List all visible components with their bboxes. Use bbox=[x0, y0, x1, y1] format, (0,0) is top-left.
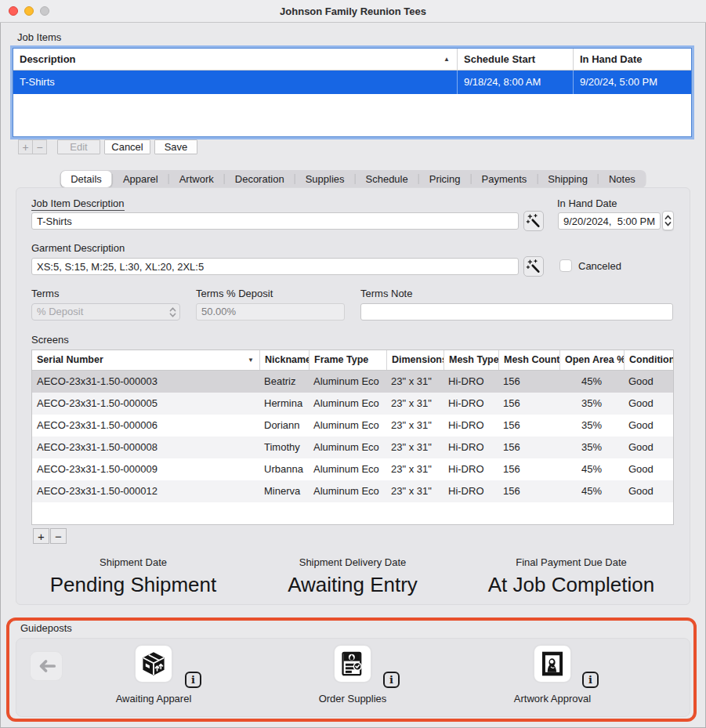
screens-cell: 23" x 31" bbox=[386, 371, 444, 393]
screens-cell: 156 bbox=[498, 371, 559, 393]
screens-cell: Good bbox=[624, 371, 673, 393]
tab-pricing[interactable]: Pricing bbox=[419, 171, 471, 187]
screens-cell: Hi-DRO bbox=[444, 393, 498, 415]
screens-cell: Urbanna bbox=[259, 458, 309, 480]
order-supplies-info-icon[interactable]: i bbox=[383, 672, 400, 688]
terms-percent-deposit-field[interactable]: 50.00% bbox=[196, 303, 345, 321]
shipment-date-label: Shipment Date bbox=[16, 556, 251, 568]
canceled-label: Canceled bbox=[578, 260, 621, 272]
screens-table-row[interactable]: AECO-23x31-1.50-000005HerminaAluminum Ec… bbox=[32, 393, 673, 415]
column-header-in-hand-date[interactable]: In Hand Date bbox=[573, 49, 691, 70]
tab-payments[interactable]: Payments bbox=[471, 171, 537, 187]
column-header-label: Description bbox=[20, 53, 76, 65]
remove-screen-button[interactable]: − bbox=[50, 528, 67, 544]
screens-cell: AECO-23x31-1.50-000003 bbox=[32, 371, 259, 393]
screens-cell: Doriann bbox=[259, 415, 309, 436]
awaiting-apparel-info-icon[interactable]: i bbox=[185, 672, 201, 688]
tab-details[interactable]: Details bbox=[60, 171, 112, 187]
job-item-in-hand-date-cell: 9/20/24, 5:00 PM bbox=[573, 71, 691, 94]
in-hand-date-input[interactable] bbox=[558, 212, 661, 230]
screens-cell: 23" x 31" bbox=[386, 436, 444, 458]
save-button[interactable]: Save bbox=[154, 139, 197, 154]
guidepost-artwork-approval-button[interactable] bbox=[534, 645, 571, 683]
guidepost-awaiting-apparel-button[interactable] bbox=[135, 645, 172, 683]
artwork-approval-info-icon[interactable]: i bbox=[582, 672, 599, 688]
screens-cell: 23" x 31" bbox=[386, 393, 444, 415]
garment-description-input[interactable] bbox=[31, 258, 519, 275]
final-payment-due-date-status: Final Payment Due Date At Job Completion bbox=[454, 556, 689, 597]
screens-table-row[interactable]: AECO-23x31-1.50-000012MinervaAluminum Ec… bbox=[32, 480, 673, 502]
shipment-delivery-date-status: Shipment Delivery Date Awaiting Entry bbox=[235, 556, 470, 597]
screens-cell: 45% bbox=[559, 458, 624, 480]
screens-table-row[interactable]: AECO-23x31-1.50-000009UrbannaAluminum Ec… bbox=[32, 458, 673, 480]
screens-table-row[interactable]: AECO-23x31-1.50-000003BeatrizAluminum Ec… bbox=[32, 371, 673, 393]
screens-cell: 23" x 31" bbox=[386, 480, 444, 502]
cancel-button[interactable]: Cancel bbox=[104, 139, 150, 154]
screens-table-row[interactable]: AECO-23x31-1.50-000008TimothyAluminum Ec… bbox=[32, 436, 673, 458]
shipment-date-status: Shipment Date Pending Shipment bbox=[16, 556, 251, 597]
job-item-description-label-text[interactable]: Job Item Description bbox=[31, 197, 125, 211]
guideposts-back-button[interactable] bbox=[30, 651, 63, 681]
job-item-description-label: Job Item Description bbox=[31, 197, 125, 211]
stepper-chevrons-icon bbox=[664, 213, 672, 228]
job-items-table-header: Description ▲ Schedule Start In Hand Dat… bbox=[13, 49, 691, 71]
guidepost-order-supplies-button[interactable] bbox=[334, 645, 371, 683]
screens-cell: 35% bbox=[559, 436, 624, 458]
column-header-frame-type[interactable]: Frame Type bbox=[309, 350, 386, 370]
screens-cell: 45% bbox=[559, 371, 624, 393]
column-header-schedule-start[interactable]: Schedule Start bbox=[457, 49, 573, 70]
column-header-nickname[interactable]: Nickname bbox=[259, 350, 309, 370]
terms-select[interactable]: % Deposit bbox=[31, 303, 180, 321]
screens-cell: Hermina bbox=[259, 393, 309, 415]
screens-table-row[interactable]: AECO-23x31-1.50-000006DoriannAluminum Ec… bbox=[32, 415, 673, 436]
guidepost-awaiting-apparel-label: Awaiting Apparel bbox=[75, 693, 232, 704]
job-item-schedule-start-cell: 9/18/24, 8:00 AM bbox=[457, 71, 573, 94]
job-item-row[interactable]: T-Shirts 9/18/24, 8:00 AM 9/20/24, 5:00 … bbox=[13, 71, 691, 94]
column-header-condition[interactable]: Condition bbox=[624, 350, 673, 370]
back-arrow-icon bbox=[36, 658, 56, 674]
tab-bar: DetailsApparelArtworkDecorationSuppliesS… bbox=[60, 170, 646, 188]
magic-wand-button[interactable] bbox=[523, 256, 544, 277]
column-header-description[interactable]: Description ▲ bbox=[13, 49, 457, 70]
edit-button[interactable]: Edit bbox=[57, 139, 100, 154]
magic-wand-icon bbox=[526, 213, 541, 229]
column-header-mesh-count[interactable]: Mesh Count bbox=[498, 350, 559, 370]
screens-table: Serial Number ▼ Nickname Frame Type Dime… bbox=[31, 350, 674, 525]
column-header-mesh-type[interactable]: Mesh Type bbox=[444, 350, 498, 370]
in-hand-date-stepper[interactable] bbox=[662, 211, 674, 230]
magic-wand-icon bbox=[526, 259, 541, 274]
tab-shipping[interactable]: Shipping bbox=[538, 171, 598, 187]
column-header-dimensions[interactable]: Dimensions bbox=[386, 350, 444, 370]
remove-job-item-button[interactable]: − bbox=[32, 139, 47, 154]
magic-wand-button[interactable] bbox=[523, 211, 544, 231]
screens-cell: Good bbox=[624, 436, 673, 458]
screens-cell: Timothy bbox=[259, 436, 309, 458]
terms-label: Terms bbox=[31, 288, 59, 299]
column-header-serial-number[interactable]: Serial Number ▼ bbox=[32, 350, 259, 370]
package-icon bbox=[140, 650, 167, 677]
screens-cell: 45% bbox=[559, 480, 624, 502]
tab-supplies[interactable]: Supplies bbox=[295, 171, 355, 187]
tab-apparel[interactable]: Apparel bbox=[113, 171, 168, 187]
terms-note-input[interactable] bbox=[360, 303, 673, 321]
canceled-checkbox[interactable] bbox=[559, 259, 572, 272]
add-job-item-button[interactable]: + bbox=[18, 139, 33, 154]
screens-cell: Good bbox=[624, 480, 673, 502]
screens-cell: 156 bbox=[498, 393, 559, 415]
sort-descending-icon: ▼ bbox=[248, 350, 254, 370]
job-item-description-input[interactable] bbox=[31, 212, 519, 230]
guidepost-order-supplies-label: Order Supplies bbox=[274, 693, 431, 704]
shipment-date-value: Pending Shipment bbox=[16, 573, 251, 597]
screens-cell: AECO-23x31-1.50-000009 bbox=[32, 458, 259, 480]
screens-label: Screens bbox=[31, 334, 69, 346]
column-header-open-area[interactable]: Open Area % bbox=[559, 350, 624, 370]
job-items-label: Job Items bbox=[17, 31, 61, 43]
tab-artwork[interactable]: Artwork bbox=[169, 171, 224, 187]
screens-cell: AECO-23x31-1.50-000008 bbox=[32, 436, 259, 458]
add-screen-button[interactable]: + bbox=[33, 528, 49, 544]
tab-decoration[interactable]: Decoration bbox=[225, 171, 295, 187]
tab-schedule[interactable]: Schedule bbox=[356, 171, 418, 187]
guideposts-label: Guideposts bbox=[20, 622, 72, 634]
tab-notes[interactable]: Notes bbox=[599, 171, 646, 187]
screens-cell: Aluminum Eco bbox=[309, 458, 386, 480]
